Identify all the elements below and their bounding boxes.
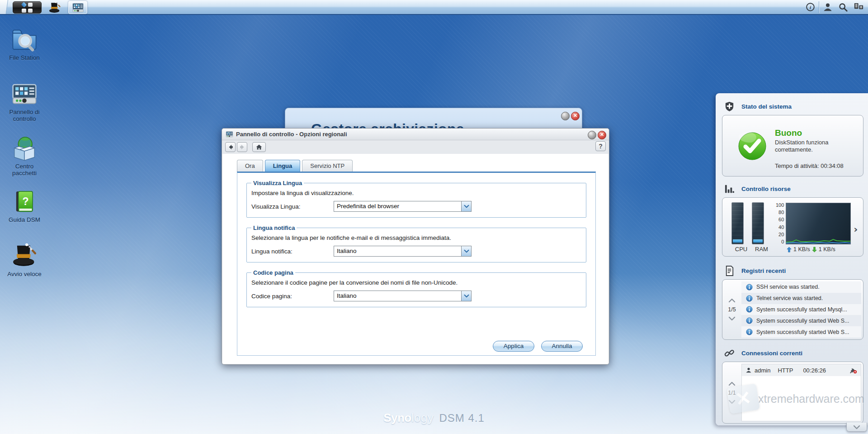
dsm-help-icon (12, 189, 37, 215)
log-row[interactable]: System successfully started Mysql... (741, 304, 861, 315)
home-button[interactable] (252, 142, 266, 152)
status-message: DiskStation funziona correttamente. (775, 139, 852, 153)
desktop-icon-control-panel[interactable]: Pannello di controllo (4, 81, 45, 122)
fieldset-legend: Lingua notifica (251, 224, 297, 231)
page-up-icon[interactable] (728, 298, 736, 303)
page-down-icon[interactable] (728, 400, 736, 404)
control-panel-icon (72, 1, 84, 14)
info-icon (746, 295, 753, 302)
info-icon (806, 2, 815, 12)
display-language-select[interactable]: Predefinita del browser (334, 201, 472, 212)
upload-arrow-icon (786, 247, 792, 253)
page-down-icon[interactable] (728, 316, 736, 321)
taskbar-quick-start-button[interactable] (46, 1, 64, 14)
pilot-view-icon (854, 2, 864, 12)
chevron-down-icon[interactable] (461, 291, 471, 301)
taskbar (0, 0, 868, 15)
chevron-down-icon[interactable] (461, 246, 471, 256)
control-panel-window: Pannello di controllo - Opzioni regional… (222, 128, 609, 365)
chain-link-icon (724, 348, 735, 359)
log-row[interactable]: System successfully started Web S... (741, 326, 861, 338)
system-status-card: Buono DiskStation funziona correttamente… (722, 115, 863, 176)
uptime-label: Tempo di attività: 00:34:08 (775, 162, 844, 169)
connections-header[interactable]: Connessioni correnti (716, 347, 868, 359)
codepage-select[interactable]: Italiano (334, 291, 472, 301)
show-desktop-button[interactable] (0, 0, 8, 14)
page-up-icon[interactable] (728, 382, 736, 386)
recent-logs-header[interactable]: Registri recenti (716, 265, 868, 277)
pilot-view-button[interactable] (851, 0, 866, 14)
resource-monitor-header[interactable]: Controllo risorse (716, 183, 868, 195)
fieldset-description: Impostare la lingua di visualizzazione. (251, 190, 582, 196)
system-status-header[interactable]: Stato del sistema (716, 100, 868, 112)
cancel-button[interactable]: Annulla (541, 341, 583, 352)
control-panel-icon (11, 81, 38, 107)
minimize-button[interactable] (561, 112, 570, 120)
fieldset-legend: Codice pagina (251, 269, 295, 276)
chevron-down-icon[interactable] (461, 201, 471, 211)
shield-icon (724, 101, 735, 112)
user-button[interactable] (820, 0, 835, 14)
close-button[interactable] (598, 131, 606, 139)
tab-servizio-ntp[interactable]: Servizio NTP (302, 160, 353, 172)
tab-lingua[interactable]: Lingua (265, 160, 301, 172)
disconnect-icon[interactable] (849, 366, 857, 374)
sidebar-collapse-button[interactable] (846, 423, 867, 432)
tab-panel: Visualizza Lingua Impostare la lingua di… (237, 172, 596, 356)
connections-pager: 1/1 (722, 362, 741, 423)
next-page-chevron[interactable]: › (854, 224, 858, 235)
forward-icon (239, 144, 245, 150)
desktop-icon-package-center[interactable]: Centro pacchetti (4, 135, 45, 176)
magic-hat-icon (48, 1, 61, 14)
search-button[interactable] (835, 0, 851, 14)
window-toolbar: ? (222, 140, 609, 154)
search-icon (838, 2, 848, 12)
desktop-icon-dsm-help[interactable]: Guida DSM (4, 189, 45, 223)
info-icon (746, 306, 753, 313)
forward-button[interactable] (237, 142, 247, 152)
apply-button[interactable]: Applica (493, 341, 534, 352)
resource-monitor-card: CPU RAM 100806040200 (722, 197, 863, 257)
log-row[interactable]: Telnet service was started. (741, 293, 861, 304)
info-icon (746, 329, 753, 335)
ram-gauge: RAM (752, 202, 771, 256)
taskbar-control-panel-button[interactable] (68, 1, 87, 14)
main-menu-button[interactable] (13, 1, 42, 14)
desktop-icon-file-station[interactable]: File Station (4, 26, 45, 61)
package-center-icon (11, 135, 38, 161)
user-icon (823, 2, 833, 12)
close-button[interactable] (571, 112, 580, 120)
control-panel-icon (226, 130, 233, 138)
desktop-icon-quick-start[interactable]: Avvio veloce (4, 243, 45, 277)
tab-ora[interactable]: Ora (237, 160, 263, 172)
widgets-sidebar: Stato del sistema Buono DiskStation funz… (716, 93, 868, 425)
network-graph (786, 203, 851, 244)
field-label: Codice pagina: (251, 293, 334, 300)
quick-start-icon (11, 243, 38, 269)
desktop: File Station Pannello di controllo Centr… (0, 0, 868, 434)
log-row[interactable]: SSH service was started. (741, 281, 861, 293)
network-graph-axis: 100806040200 (776, 203, 784, 244)
window-titlebar[interactable]: Pannello di controllo - Opzioni regional… (222, 129, 609, 140)
log-row[interactable]: System successfully started Web S... (741, 315, 861, 326)
info-icon (746, 284, 753, 291)
back-button[interactable] (225, 142, 236, 152)
help-button[interactable]: ? (595, 141, 606, 151)
log-rows: SSH service was started. Telnet service … (741, 281, 861, 338)
connections-list: admin HTTP 00:26:26 (741, 364, 861, 421)
cpu-gauge: CPU (731, 202, 751, 256)
fieldset-description: Selezionare la lingua per le notifiche e… (251, 234, 582, 241)
network-legend: 1 KB/s 1 KB/s (772, 246, 851, 253)
document-icon (724, 265, 735, 277)
fieldset-legend: Visualizza Lingua (251, 180, 304, 186)
field-label: Visualizza Lingua: (251, 203, 334, 210)
taskbar-right (802, 0, 866, 14)
info-button[interactable] (802, 0, 818, 14)
fieldset-codepage: Codice pagina Selezionare il codice pagi… (246, 269, 586, 307)
minimize-button[interactable] (588, 131, 596, 139)
fieldset-notification-language: Lingua notifica Selezionare la lingua pe… (246, 224, 586, 262)
file-station-icon (11, 26, 38, 52)
tab-bar: Ora Lingua Servizio NTP (237, 160, 353, 172)
connection-row[interactable]: admin HTTP 00:26:26 (742, 364, 861, 376)
notification-language-select[interactable]: Italiano (334, 246, 472, 257)
